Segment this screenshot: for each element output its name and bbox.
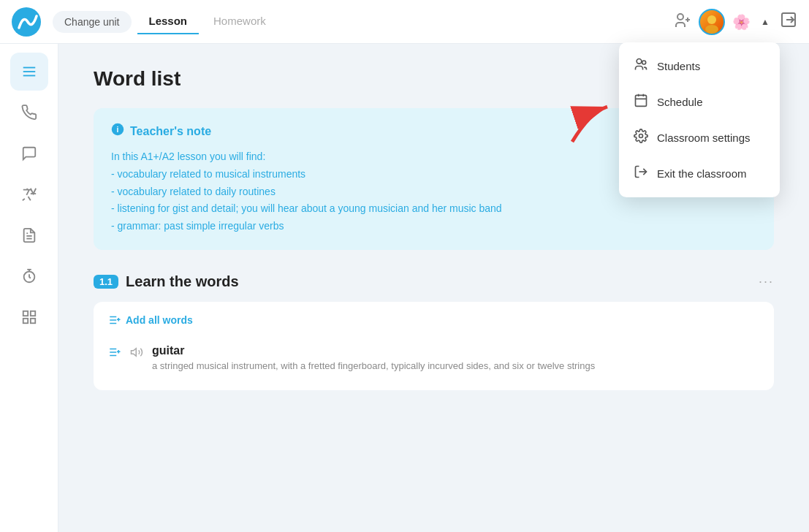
schedule-label: Schedule: [657, 96, 703, 108]
add-all-button[interactable]: Add all words: [108, 314, 193, 327]
exit-classroom-label: Exit the classroom: [657, 167, 747, 180]
svg-rect-24: [30, 311, 34, 316]
dropdown-menu: Students Schedule Classroom settings Exi…: [619, 42, 780, 197]
word-card: Add all words guitar a stringed musical …: [94, 302, 774, 391]
chevron-button[interactable]: ▲: [758, 14, 772, 30]
svg-rect-26: [30, 319, 34, 323]
section-title: Learn the words: [126, 273, 238, 290]
topbar-right: 🌸 ▲: [674, 9, 797, 35]
word-info: guitar a stringed musical instrument, wi…: [152, 344, 759, 373]
sidebar-item-chat[interactable]: [10, 134, 48, 172]
teacher-note-title: Teacher's note: [130, 125, 211, 138]
gear-icon: [634, 129, 648, 147]
info-icon: i: [111, 123, 124, 140]
add-all-label: Add all words: [126, 314, 193, 326]
svg-text:i: i: [117, 125, 119, 134]
svg-rect-23: [23, 311, 27, 316]
svg-point-9: [642, 61, 646, 64]
tab-homework[interactable]: Homework: [202, 9, 278, 34]
word-description: a stringed musical instrument, with a fr…: [152, 359, 759, 373]
sidebar-item-document[interactable]: [10, 216, 48, 254]
sidebar-item-timer[interactable]: [10, 257, 48, 295]
word-name: guitar: [152, 344, 759, 357]
menu-item-classroom-settings[interactable]: Classroom settings: [619, 120, 780, 156]
schedule-icon: [634, 93, 648, 111]
svg-rect-25: [23, 319, 27, 323]
section-badge: 1.1: [94, 275, 118, 289]
students-label: Students: [657, 60, 700, 72]
add-person-button[interactable]: [674, 12, 691, 31]
classroom-settings-label: Classroom settings: [657, 132, 751, 144]
svg-point-14: [639, 134, 643, 138]
note-line-4: - listening for gist and detail; you wil…: [111, 200, 756, 218]
svg-point-1: [677, 14, 683, 20]
change-unit-button[interactable]: Change unit: [53, 11, 132, 33]
tab-lesson[interactable]: Lesson: [137, 9, 200, 34]
topbar: Change unit Lesson Homework 🌸 ▲ Students: [0, 0, 809, 44]
section-header: 1.1 Learn the words ···: [94, 273, 774, 290]
sidebar-item-translate[interactable]: [10, 175, 48, 213]
word-row: guitar a stringed musical instrument, wi…: [108, 338, 759, 379]
svg-point-5: [705, 25, 718, 34]
exit-button[interactable]: [780, 11, 797, 32]
menu-item-exit[interactable]: Exit the classroom: [619, 156, 780, 191]
avatar-emoji[interactable]: 🌸: [732, 13, 751, 31]
nav-tabs: Lesson Homework: [137, 9, 278, 34]
note-line-5: - grammar: past simple irregular verbs: [111, 218, 756, 235]
avatar[interactable]: [699, 9, 725, 35]
logo: [12, 7, 41, 37]
students-icon: [634, 57, 648, 75]
svg-marker-39: [132, 349, 137, 357]
menu-item-students[interactable]: Students: [619, 48, 780, 84]
svg-point-4: [707, 15, 716, 24]
sidebar-item-list[interactable]: [10, 53, 48, 91]
sidebar-item-phone[interactable]: [10, 94, 48, 132]
svg-point-8: [637, 59, 642, 64]
sidebar-item-grid[interactable]: [10, 298, 48, 336]
section-more-button[interactable]: ···: [759, 274, 774, 289]
sidebar: [0, 44, 58, 532]
exit-classroom-icon: [634, 164, 648, 183]
menu-item-schedule[interactable]: Schedule: [619, 84, 780, 120]
svg-rect-10: [636, 95, 647, 106]
word-add-button[interactable]: [108, 346, 121, 362]
word-audio-button[interactable]: [130, 346, 143, 362]
